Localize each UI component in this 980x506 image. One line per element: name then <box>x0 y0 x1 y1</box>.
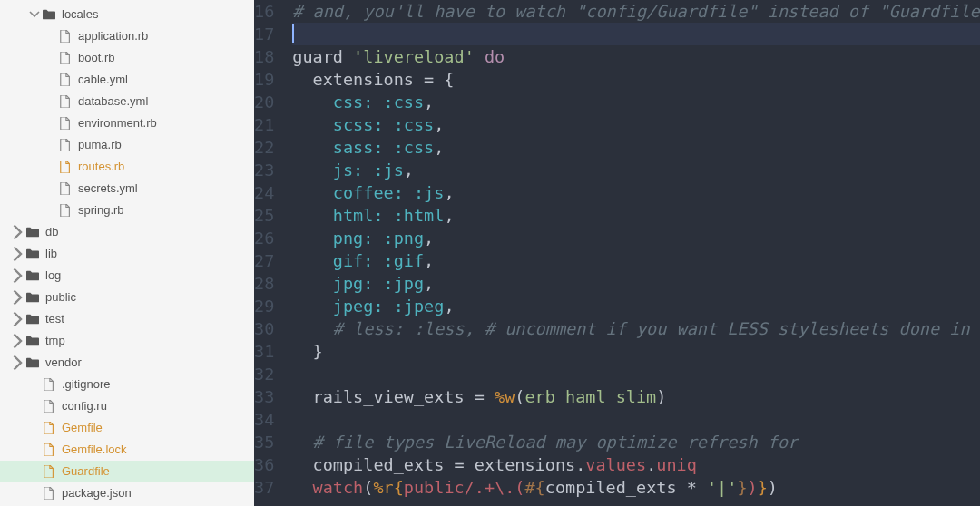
token-kw: do <box>485 47 505 66</box>
code-line[interactable]: extensions = { <box>292 68 980 91</box>
tree-item-package-json[interactable]: package.json <box>0 482 254 504</box>
tree-item-lib[interactable]: lib <box>0 243 254 265</box>
tree-item-puma-rb[interactable]: puma.rb <box>0 134 254 156</box>
tree-item-label: package.json <box>62 482 132 504</box>
tree-item-gemfile-lock[interactable]: Gemfile.lock <box>0 439 254 461</box>
tree-item-guardfile[interactable]: Guardfile <box>0 461 254 482</box>
token-str: 'livereload' <box>353 47 475 66</box>
chevron-right-icon <box>29 423 40 433</box>
line-number: 29 <box>254 295 274 317</box>
chevron-down-icon[interactable] <box>29 9 40 20</box>
token-dim <box>292 138 333 157</box>
tree-item-db[interactable]: db <box>0 221 254 243</box>
folder-icon <box>42 7 56 22</box>
code-line[interactable]: scss: :css, <box>292 113 980 136</box>
code-line[interactable]: # less: :less, # uncomment if you want L… <box>292 317 980 340</box>
line-number: 28 <box>254 272 274 295</box>
tree-item-label: environment.rb <box>78 112 157 134</box>
code-line[interactable]: watch(%r{public/.+\.(#{compiled_exts * '… <box>292 476 980 499</box>
text-cursor <box>292 24 294 43</box>
tree-item-label: boot.rb <box>78 47 114 69</box>
code-line[interactable] <box>292 363 980 385</box>
tree-item-label: config.ru <box>62 395 107 417</box>
token-sym: :css <box>394 138 435 157</box>
tree-item-vendor[interactable]: vendor <box>0 352 254 374</box>
token-str: erb haml slim <box>524 387 656 406</box>
token-dim: rails_view_exts <box>292 387 474 406</box>
file-icon <box>58 181 73 196</box>
token-sym: :js <box>373 161 403 180</box>
line-number: 31 <box>254 340 274 363</box>
tree-item-tmp[interactable]: tmp <box>0 330 254 352</box>
tree-item-gemfile[interactable]: Gemfile <box>0 417 254 439</box>
code-line[interactable]: sass: :css, <box>292 136 980 159</box>
file-icon <box>42 421 56 435</box>
token-dim: compiled_exts <box>545 478 687 497</box>
file-tree[interactable]: localesapplication.rbboot.rbcable.ymldat… <box>0 0 254 506</box>
token-pun: ) <box>656 387 666 406</box>
code-line[interactable]: jpg: :jpg, <box>292 272 980 295</box>
code-area[interactable]: # and, you'll have to watch "config/Guar… <box>287 0 980 506</box>
file-icon <box>58 94 73 109</box>
token-dim <box>384 138 394 157</box>
token-dim <box>292 206 333 225</box>
chevron-right-icon <box>29 466 40 477</box>
tree-item-locales[interactable]: locales <box>0 4 254 25</box>
code-line[interactable]: # file types LiveReload may optimize ref… <box>292 431 980 453</box>
line-number: 37 <box>254 476 274 499</box>
tree-item-secrets-yml[interactable]: secrets.yml <box>0 178 254 199</box>
tree-item-label: test <box>45 308 64 330</box>
token-pun: , <box>434 115 444 134</box>
code-line[interactable]: # and, you'll have to watch "config/Guar… <box>292 0 980 23</box>
chevron-right-icon <box>45 161 56 172</box>
code-line[interactable] <box>292 23 980 45</box>
token-dim <box>292 478 312 497</box>
code-line[interactable]: } <box>292 340 980 363</box>
token-dim <box>384 115 394 134</box>
token-pun: ( <box>363 478 373 497</box>
tree-item--gitignore[interactable]: .gitignore <box>0 374 254 395</box>
token-pun: ) <box>768 478 778 497</box>
token-fn: values <box>585 455 646 474</box>
tree-item-config-ru[interactable]: config.ru <box>0 395 254 417</box>
tree-item-label: Gemfile.lock <box>62 439 127 461</box>
token-redp: ) <box>748 478 758 497</box>
tree-item-database-yml[interactable]: database.yml <box>0 91 254 112</box>
chevron-right-icon <box>45 53 56 63</box>
token-dim: extensions <box>292 70 424 89</box>
code-line[interactable]: html: :html, <box>292 204 980 227</box>
token-pun: , <box>424 274 434 293</box>
token-sym: :png <box>384 229 425 248</box>
code-line[interactable]: coffee: :js, <box>292 181 980 204</box>
chevron-right-icon <box>29 401 40 412</box>
token-dim <box>292 183 333 202</box>
line-number: 21 <box>254 113 274 136</box>
code-line[interactable]: jpeg: :jpeg, <box>292 295 980 317</box>
code-line[interactable]: css: :css, <box>292 91 980 113</box>
token-sym: :css <box>394 115 435 134</box>
code-line[interactable] <box>292 408 980 431</box>
token-dim <box>292 433 312 452</box>
token-pun: , <box>424 251 434 270</box>
line-number: 35 <box>254 431 274 453</box>
tree-item-label: vendor <box>45 352 82 374</box>
code-line[interactable]: guard 'livereload' do <box>292 45 980 68</box>
line-number: 23 <box>254 159 274 181</box>
file-icon <box>58 29 73 44</box>
tree-item-public[interactable]: public <box>0 287 254 308</box>
chevron-right-icon[interactable] <box>13 357 24 368</box>
token-dim <box>384 297 394 316</box>
tree-item-test[interactable]: test <box>0 308 254 330</box>
line-number: 36 <box>254 453 274 476</box>
code-line[interactable]: rails_view_exts = %w(erb haml slim) <box>292 385 980 408</box>
tree-item-routes-rb[interactable]: routes.rb <box>0 156 254 178</box>
code-editor[interactable]: 1617181920212223242526272829303132333435… <box>254 0 980 506</box>
token-dim <box>292 92 333 112</box>
code-line[interactable]: png: :png, <box>292 227 980 249</box>
code-line[interactable]: js: :js, <box>292 159 980 181</box>
tree-item-spring-rb[interactable]: spring.rb <box>0 199 254 221</box>
code-line[interactable]: compiled_exts = extensions.values.uniq <box>292 453 980 476</box>
code-line[interactable]: gif: :gif, <box>292 249 980 272</box>
tree-item-environment-rb[interactable]: environment.rb <box>0 112 254 134</box>
tree-item-log[interactable]: log <box>0 265 254 287</box>
